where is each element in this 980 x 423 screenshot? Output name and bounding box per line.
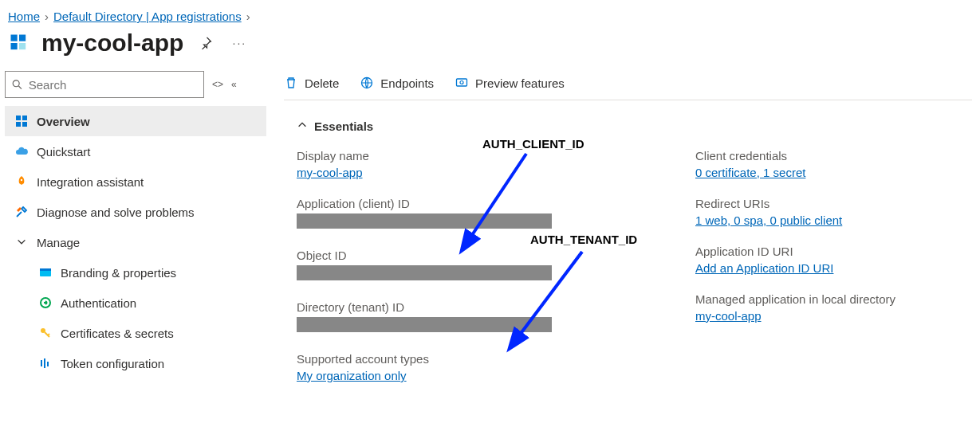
field-object-id-label: Object ID xyxy=(297,249,679,262)
branding-icon xyxy=(38,265,53,280)
field-display-name-label: Display name xyxy=(297,149,679,163)
more-icon[interactable]: ··· xyxy=(228,32,250,54)
field-tenant-id-value-redacted xyxy=(297,317,552,332)
svg-rect-0 xyxy=(11,35,18,41)
essentials-toggle[interactable]: Essentials xyxy=(297,119,972,133)
sidebar-item-label: Integration assistant xyxy=(37,175,144,189)
sidebar-item-token[interactable]: Token configuration xyxy=(5,348,266,378)
page-title: my-cool-app xyxy=(41,29,183,57)
overview-icon xyxy=(14,114,29,128)
svg-rect-12 xyxy=(40,268,51,271)
sidebar-item-overview[interactable]: Overview xyxy=(5,106,266,136)
token-icon xyxy=(38,356,53,370)
breadcrumb: Home › Default Directory | App registrat… xyxy=(0,0,980,28)
svg-rect-9 xyxy=(22,122,27,127)
sidebar-item-label: Diagnose and solve problems xyxy=(37,206,195,219)
field-managed-value[interactable]: my-cool-app xyxy=(695,309,762,323)
svg-rect-8 xyxy=(16,122,21,127)
chevron-up-icon xyxy=(297,119,308,133)
endpoints-button[interactable]: Endpoints xyxy=(360,76,434,90)
sidebar-item-branding[interactable]: Branding & properties xyxy=(5,257,266,288)
sidebar-item-certificates[interactable]: Certificates & secrets xyxy=(5,318,266,348)
svg-rect-16 xyxy=(44,358,45,368)
svg-rect-6 xyxy=(16,116,21,120)
field-app-uri-value[interactable]: Add an Application ID URI xyxy=(695,261,833,275)
preview-features-button[interactable]: Preview features xyxy=(455,76,565,90)
toolbar: Delete Endpoints Preview features xyxy=(284,71,972,100)
search-icon xyxy=(12,79,22,90)
svg-point-4 xyxy=(13,80,19,87)
field-app-id-value-redacted xyxy=(297,213,552,229)
breadcrumb-home[interactable]: Home xyxy=(8,10,40,23)
svg-rect-15 xyxy=(41,360,42,366)
field-client-creds-value[interactable]: 0 certificate, 1 secret xyxy=(695,166,805,179)
svg-line-5 xyxy=(18,86,22,89)
annotation-auth-client-id: AUTH_CLIENT_ID xyxy=(482,137,584,151)
toolbar-label: Endpoints xyxy=(380,76,434,90)
sidebar-item-label: Manage xyxy=(37,236,80,249)
search-input[interactable] xyxy=(5,71,204,98)
svg-rect-2 xyxy=(11,43,18,49)
essentials-label: Essentials xyxy=(314,119,373,133)
page-title-row: my-cool-app ··· xyxy=(0,28,980,71)
main-content: Delete Endpoints Preview features Essent… xyxy=(271,71,980,382)
sidebar-group-manage[interactable]: Manage xyxy=(5,227,266,257)
svg-point-10 xyxy=(21,179,22,181)
sidebar-item-label: Authentication xyxy=(61,296,136,310)
field-tenant-id-label: Directory (tenant) ID xyxy=(297,300,679,314)
app-registration-icon xyxy=(8,32,30,54)
delete-button[interactable]: Delete xyxy=(284,76,339,90)
field-account-types-label: Supported account types xyxy=(297,352,679,366)
sidebar-item-label: Branding & properties xyxy=(61,266,176,280)
expand-collapse-icon[interactable]: <> xyxy=(212,79,223,90)
preview-icon xyxy=(455,76,469,90)
field-redirect-label: Redirect URIs xyxy=(695,197,972,210)
field-app-uri-label: Application ID URI xyxy=(695,245,972,258)
globe-icon xyxy=(360,76,374,90)
field-object-id-value-redacted xyxy=(297,265,552,280)
sidebar-item-quickstart[interactable]: Quickstart xyxy=(5,136,266,166)
field-redirect-value[interactable]: 1 web, 0 spa, 0 public client xyxy=(695,213,842,227)
chevron-right-icon: › xyxy=(45,10,49,23)
toolbar-label: Preview features xyxy=(475,76,565,90)
sidebar-item-label: Token configuration xyxy=(61,357,164,370)
sidebar-item-authentication[interactable]: Authentication xyxy=(5,288,266,318)
sidebar-item-diagnose[interactable]: Diagnose and solve problems xyxy=(5,197,266,227)
trash-icon xyxy=(284,76,298,90)
sidebar-item-label: Overview xyxy=(37,115,90,128)
chevron-right-icon: › xyxy=(246,10,250,23)
key-icon xyxy=(38,326,53,340)
svg-point-20 xyxy=(460,81,463,84)
search-text[interactable] xyxy=(29,78,197,92)
collapse-sidebar-icon[interactable]: « xyxy=(231,79,237,90)
svg-rect-19 xyxy=(457,79,467,86)
sidebar-item-label: Certificates & secrets xyxy=(61,327,174,340)
field-client-creds-label: Client credentials xyxy=(695,149,972,163)
field-app-id-label: Application (client) ID xyxy=(297,197,679,210)
sidebar-item-integration[interactable]: Integration assistant xyxy=(5,166,266,197)
pin-icon[interactable] xyxy=(195,32,217,54)
authentication-icon xyxy=(38,296,53,310)
field-display-name-value[interactable]: my-cool-app xyxy=(297,166,363,179)
toolbar-label: Delete xyxy=(305,76,339,90)
rocket-icon xyxy=(14,174,29,189)
annotation-auth-tenant-id: AUTH_TENANT_ID xyxy=(530,233,637,246)
tools-icon xyxy=(14,205,29,219)
chevron-down-icon xyxy=(14,235,29,249)
svg-rect-3 xyxy=(19,43,26,49)
svg-rect-1 xyxy=(19,35,26,41)
sidebar: <> « Overview Quickstart Integration ass… xyxy=(0,71,271,382)
field-account-types-value[interactable]: My organization only xyxy=(297,369,407,382)
svg-rect-7 xyxy=(22,116,27,120)
breadcrumb-directory[interactable]: Default Directory | App registrations xyxy=(53,10,242,23)
cloud-icon xyxy=(14,144,29,159)
field-managed-label: Managed application in local directory xyxy=(695,292,972,306)
svg-rect-17 xyxy=(47,362,49,366)
sidebar-item-label: Quickstart xyxy=(37,145,91,159)
